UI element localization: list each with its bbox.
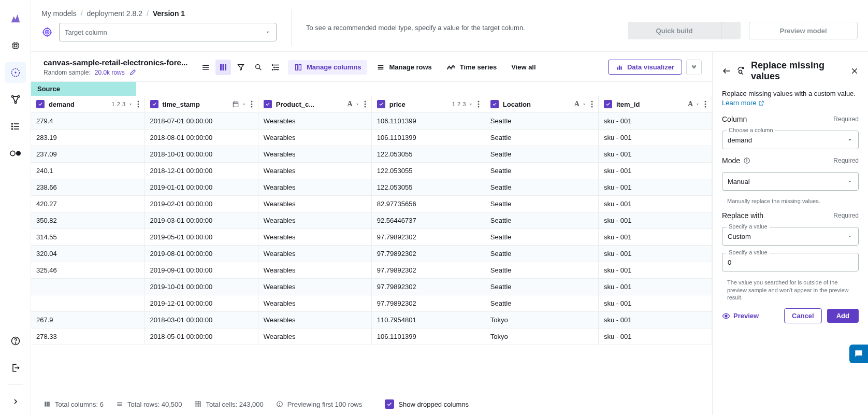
list-view-icon[interactable] [198,60,213,75]
table-row[interactable]: 314.552019-05-01 00:00:00Wearables97.798… [31,229,712,246]
column-menu-icon[interactable] [251,101,253,108]
column-menu-icon[interactable] [137,101,139,108]
table-cell: sku - 001 [598,179,712,196]
table-row[interactable]: 278.332018-05-01 00:00:00Wearables106.11… [31,328,712,345]
time-series-button[interactable]: Time series [441,60,502,74]
table-cell: sku - 001 [598,146,712,163]
table-cell: 278.33 [31,328,144,345]
table-cell: Seattle [485,279,598,295]
table-cell: sku - 001 [598,113,712,130]
breadcrumb-version[interactable]: Version 1 [153,9,185,18]
target-column-select[interactable]: Target column [59,23,277,41]
table-cell: Seattle [485,146,598,163]
svg-rect-82 [195,402,201,407]
column-type-icon[interactable]: 1 2 3 [112,101,133,107]
table-row[interactable]: 238.662019-01-01 00:00:00Wearables122.05… [31,179,712,196]
search-icon[interactable] [251,60,266,75]
rows-link[interactable]: 20.0k rows [95,69,125,76]
close-icon[interactable] [850,67,859,75]
column-checkbox[interactable] [490,100,499,108]
replace-icon [736,66,746,76]
column-type-icon[interactable] [232,101,247,108]
nav-expand-icon[interactable] [5,391,26,412]
column-type-icon[interactable]: 1 2 3 [452,101,473,107]
table-cell: 2019-12-01 00:00:00 [144,295,258,312]
column-checkbox[interactable] [377,100,385,108]
nav-target-icon[interactable] [5,62,26,83]
table-row[interactable]: 325.462019-09-01 00:00:00Wearables97.798… [31,262,712,279]
table-row[interactable]: 240.12018-12-01 00:00:00Wearables122.053… [31,163,712,179]
column-checkbox[interactable] [150,100,158,108]
column-menu-icon[interactable] [364,101,366,108]
column-checkbox[interactable] [264,100,272,108]
table-row[interactable]: 237.092018-10-01 00:00:00Wearables122.05… [31,146,712,163]
table-cell: 122.053055 [371,179,485,196]
table-cell: 320.04 [31,246,144,262]
svg-point-24 [15,343,16,344]
column-type-icon[interactable]: A [688,100,700,108]
table-cell: sku - 001 [598,312,712,328]
chat-fab-icon[interactable] [849,345,868,363]
table-row[interactable]: 2019-10-01 00:00:00Wearables97.79892302S… [31,279,712,295]
mode-select[interactable]: Manual [722,172,859,191]
column-type-icon[interactable]: A [574,100,587,108]
specify-value-input[interactable]: Specify a value 0 [722,253,859,271]
info-icon[interactable] [743,157,750,164]
column-type-icon[interactable]: A [348,100,360,108]
grid-view-icon[interactable] [215,60,231,75]
column-select[interactable]: Choose a column demand [722,131,859,149]
nav-chip-icon[interactable] [5,35,26,56]
table-row[interactable]: 420.272019-02-01 00:00:00Wearables82.977… [31,196,712,212]
table-row[interactable]: 320.042019-08-01 00:00:00Wearables97.798… [31,246,712,262]
nav-logo-icon[interactable] [5,8,26,29]
cancel-button[interactable]: Cancel [784,308,822,323]
indent-list-icon[interactable] [268,60,284,75]
replace-with-select[interactable]: Specify a value Custom [722,227,859,246]
nav-toggle-icon[interactable] [5,143,26,164]
column-menu-icon[interactable] [478,101,480,108]
show-dropped-checkbox[interactable] [385,399,394,409]
preview-button[interactable]: Preview [722,312,759,320]
nav-logout-icon[interactable] [5,357,26,378]
table-cell: 97.79892302 [371,295,485,312]
table-cell: 314.55 [31,229,144,246]
view-all-button[interactable]: View all [506,60,541,74]
table-row[interactable]: 267.92018-03-01 00:00:00Wearables110.795… [31,312,712,328]
table-cell: Wearables [258,295,371,312]
table-row[interactable]: 279.42018-07-01 00:00:00Wearables106.110… [31,113,712,130]
filter-icon[interactable] [233,60,249,75]
table-row[interactable]: 2019-12-01 00:00:00Wearables97.79892302S… [31,295,712,312]
left-nav [0,0,31,415]
manage-rows-button[interactable]: Manage rows [371,60,437,75]
svg-line-39 [259,68,261,70]
back-arrow-icon[interactable] [722,66,731,76]
breadcrumb-deployment[interactable]: deployment 2.8.2 [87,9,142,18]
breadcrumb-root[interactable]: My models [41,9,77,18]
column-checkbox[interactable] [604,100,612,108]
svg-point-14 [15,102,16,103]
svg-point-19 [11,126,12,127]
table-row[interactable]: 350.822019-03-01 00:00:00Wearables92.564… [31,212,712,229]
learn-more-link[interactable]: Learn more [722,98,764,108]
table-cell: 97.79892302 [371,246,485,262]
table-cell: Wearables [258,179,371,196]
nav-list-icon[interactable] [5,116,26,137]
nav-help-icon[interactable] [5,331,26,351]
edit-icon[interactable] [129,69,136,76]
column-menu-icon[interactable] [704,101,706,108]
table-cell: 97.79892302 [371,262,485,279]
toolbar-more-button[interactable] [686,60,702,75]
footer-total-columns: Total columns: 6 [55,400,104,408]
table-cell: sku - 001 [598,262,712,279]
data-visualizer-button[interactable]: Data visualizer [608,60,682,75]
column-checkbox[interactable] [36,100,45,108]
table-cell: 2018-12-01 00:00:00 [144,163,258,179]
target-column-placeholder: Target column [65,28,107,36]
table-cell: 2019-03-01 00:00:00 [144,212,258,229]
svg-point-91 [739,70,742,74]
nav-flow-icon[interactable] [5,89,26,110]
manage-columns-button[interactable]: Manage columns [288,60,367,75]
table-row[interactable]: 283.192018-08-01 00:00:00Wearables106.11… [31,130,712,146]
add-button[interactable]: Add [827,309,859,323]
column-menu-icon[interactable] [591,101,593,108]
